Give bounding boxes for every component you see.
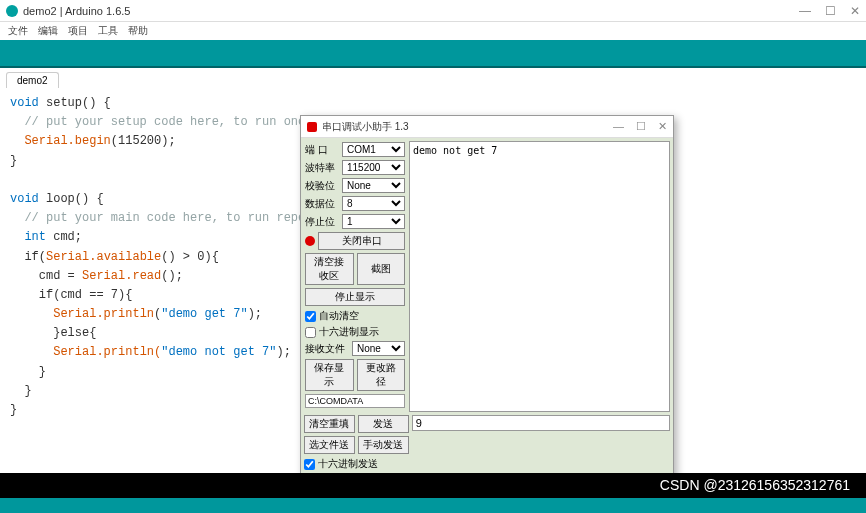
stopbits-label: 停止位 <box>305 215 339 229</box>
stopbits-select[interactable]: 1 <box>342 214 405 229</box>
hex-disp-label: 十六进制显示 <box>319 325 379 339</box>
save-disp-button[interactable]: 保存显示 <box>305 359 354 391</box>
clear-send-button[interactable]: 清空重填 <box>304 415 355 433</box>
tab-sketch[interactable]: demo2 <box>6 72 59 88</box>
tabbar: demo2 <box>0 68 866 88</box>
port-label: 端 口 <box>305 143 339 157</box>
auto-clear-label: 自动清空 <box>319 309 359 323</box>
arduino-icon <box>6 5 18 17</box>
path-text: C:\COMDATA <box>305 394 405 408</box>
databits-label: 数据位 <box>305 197 339 211</box>
hex-disp-check[interactable] <box>305 327 316 338</box>
file-send-button[interactable]: 选文件送 <box>304 436 355 454</box>
menubar: 文件 编辑 项目 工具 帮助 <box>0 22 866 40</box>
menu-sketch[interactable]: 项目 <box>68 24 88 38</box>
clear-recv-button[interactable]: 清空接收区 <box>305 253 354 285</box>
dialog-minimize[interactable]: — <box>613 120 624 133</box>
status-bar <box>0 498 866 513</box>
hex-send-check[interactable] <box>304 459 315 470</box>
change-path-button[interactable]: 更改路径 <box>357 359 406 391</box>
dialog-title: 串口调试小助手 1.3 <box>322 120 613 134</box>
dialog-titlebar[interactable]: 串口调试小助手 1.3 — ☐ ✕ <box>301 116 673 138</box>
status-dot-icon <box>305 236 315 246</box>
send-input[interactable]: 9 <box>412 415 670 431</box>
databits-select[interactable]: 8 <box>342 196 405 211</box>
toolbar <box>0 40 866 68</box>
menu-edit[interactable]: 编辑 <box>38 24 58 38</box>
minimize-button[interactable]: — <box>799 4 811 18</box>
baud-select[interactable]: 115200 <box>342 160 405 175</box>
window-titlebar: demo2 | Arduino 1.6.5 — ☐ ✕ <box>0 0 866 22</box>
baud-label: 波特率 <box>305 161 339 175</box>
recvfmt-label: 接收文件 <box>305 342 349 356</box>
close-port-button[interactable]: 关闭串口 <box>318 232 405 250</box>
watermark: CSDN @231261563523127​61 <box>654 475 856 495</box>
parity-label: 校验位 <box>305 179 339 193</box>
parity-select[interactable]: None <box>342 178 405 193</box>
menu-file[interactable]: 文件 <box>8 24 28 38</box>
serial-dialog: 串口调试小助手 1.3 — ☐ ✕ 端 口COM1 波特率115200 校验位N… <box>300 115 674 513</box>
stop-display-button[interactable]: 停止显示 <box>305 288 405 306</box>
recvfmt-select[interactable]: None <box>352 341 405 356</box>
dialog-close[interactable]: ✕ <box>658 120 667 133</box>
send-button[interactable]: 发送 <box>358 415 409 433</box>
hex-send-label: 十六进制发送 <box>318 457 378 471</box>
menu-tools[interactable]: 工具 <box>98 24 118 38</box>
dialog-maximize[interactable]: ☐ <box>636 120 646 133</box>
menu-help[interactable]: 帮助 <box>128 24 148 38</box>
port-select[interactable]: COM1 <box>342 142 405 157</box>
dialog-icon <box>307 122 317 132</box>
manual-send-button[interactable]: 手动发送 <box>358 436 409 454</box>
receive-area[interactable]: demo not get 7 <box>409 141 670 412</box>
close-button[interactable]: ✕ <box>850 4 860 18</box>
auto-clear-check[interactable] <box>305 311 316 322</box>
window-title: demo2 | Arduino 1.6.5 <box>23 5 799 17</box>
maximize-button[interactable]: ☐ <box>825 4 836 18</box>
screenshot-button[interactable]: 截图 <box>357 253 406 285</box>
